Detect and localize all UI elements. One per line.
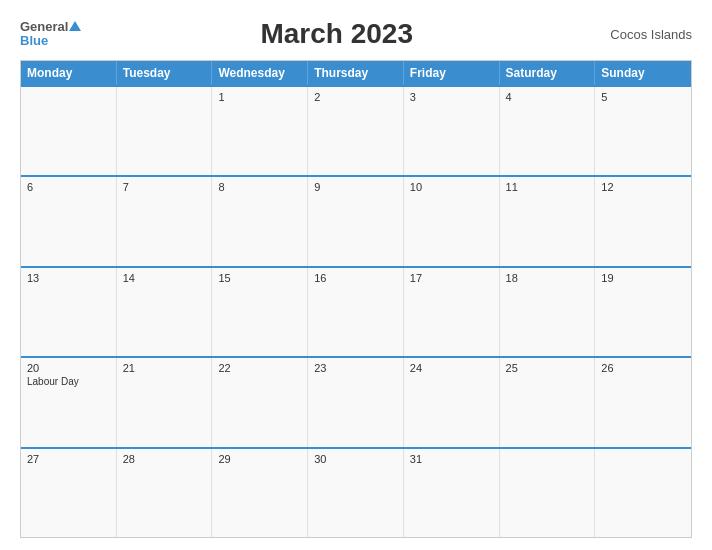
header-saturday: Saturday bbox=[500, 61, 596, 85]
week-3: 13 14 15 16 17 18 19 bbox=[21, 266, 691, 356]
cell-w3-tue: 14 bbox=[117, 268, 213, 356]
cell-w3-thu: 16 bbox=[308, 268, 404, 356]
header-wednesday: Wednesday bbox=[212, 61, 308, 85]
cell-w2-tue: 7 bbox=[117, 177, 213, 265]
cell-w4-fri: 24 bbox=[404, 358, 500, 446]
labour-day-event: Labour Day bbox=[27, 376, 110, 387]
logo-triangle-icon bbox=[69, 21, 81, 31]
week-1: 1 2 3 4 5 bbox=[21, 85, 691, 175]
week-2: 6 7 8 9 10 11 12 bbox=[21, 175, 691, 265]
cell-w5-wed: 29 bbox=[212, 449, 308, 537]
week-4: 20 Labour Day 21 22 23 24 25 26 bbox=[21, 356, 691, 446]
cell-w2-thu: 9 bbox=[308, 177, 404, 265]
cell-w3-sun: 19 bbox=[595, 268, 691, 356]
header-monday: Monday bbox=[21, 61, 117, 85]
header: General Blue March 2023 Cocos Islands bbox=[20, 18, 692, 50]
cell-w2-wed: 8 bbox=[212, 177, 308, 265]
page: General Blue March 2023 Cocos Islands Mo… bbox=[0, 0, 712, 550]
cell-w2-mon: 6 bbox=[21, 177, 117, 265]
logo-general-text: General bbox=[20, 20, 68, 33]
cell-w1-sat: 4 bbox=[500, 87, 596, 175]
header-thursday: Thursday bbox=[308, 61, 404, 85]
cell-w4-sat: 25 bbox=[500, 358, 596, 446]
cell-w4-thu: 23 bbox=[308, 358, 404, 446]
cell-w4-tue: 21 bbox=[117, 358, 213, 446]
region-label: Cocos Islands bbox=[592, 27, 692, 42]
header-sunday: Sunday bbox=[595, 61, 691, 85]
cell-w4-wed: 22 bbox=[212, 358, 308, 446]
logo: General Blue bbox=[20, 20, 81, 48]
cell-w1-tue bbox=[117, 87, 213, 175]
cell-w5-tue: 28 bbox=[117, 449, 213, 537]
cell-w4-sun: 26 bbox=[595, 358, 691, 446]
cell-w1-mon bbox=[21, 87, 117, 175]
cell-w1-thu: 2 bbox=[308, 87, 404, 175]
cell-w5-sat bbox=[500, 449, 596, 537]
cell-w3-wed: 15 bbox=[212, 268, 308, 356]
cell-w2-fri: 10 bbox=[404, 177, 500, 265]
calendar-body: 1 2 3 4 5 6 7 8 9 10 11 12 13 14 15 bbox=[21, 85, 691, 537]
header-tuesday: Tuesday bbox=[117, 61, 213, 85]
cell-w1-fri: 3 bbox=[404, 87, 500, 175]
cell-w1-wed: 1 bbox=[212, 87, 308, 175]
cell-w2-sat: 11 bbox=[500, 177, 596, 265]
cell-w4-mon: 20 Labour Day bbox=[21, 358, 117, 446]
calendar: Monday Tuesday Wednesday Thursday Friday… bbox=[20, 60, 692, 538]
cell-w3-fri: 17 bbox=[404, 268, 500, 356]
cell-w5-mon: 27 bbox=[21, 449, 117, 537]
header-friday: Friday bbox=[404, 61, 500, 85]
cell-w5-fri: 31 bbox=[404, 449, 500, 537]
cell-w1-sun: 5 bbox=[595, 87, 691, 175]
calendar-header: Monday Tuesday Wednesday Thursday Friday… bbox=[21, 61, 691, 85]
week-5: 27 28 29 30 31 bbox=[21, 447, 691, 537]
calendar-title: March 2023 bbox=[81, 18, 592, 50]
cell-w5-thu: 30 bbox=[308, 449, 404, 537]
cell-w3-sat: 18 bbox=[500, 268, 596, 356]
logo-blue-text: Blue bbox=[20, 33, 48, 48]
cell-w3-mon: 13 bbox=[21, 268, 117, 356]
cell-w5-sun bbox=[595, 449, 691, 537]
cell-w2-sun: 12 bbox=[595, 177, 691, 265]
